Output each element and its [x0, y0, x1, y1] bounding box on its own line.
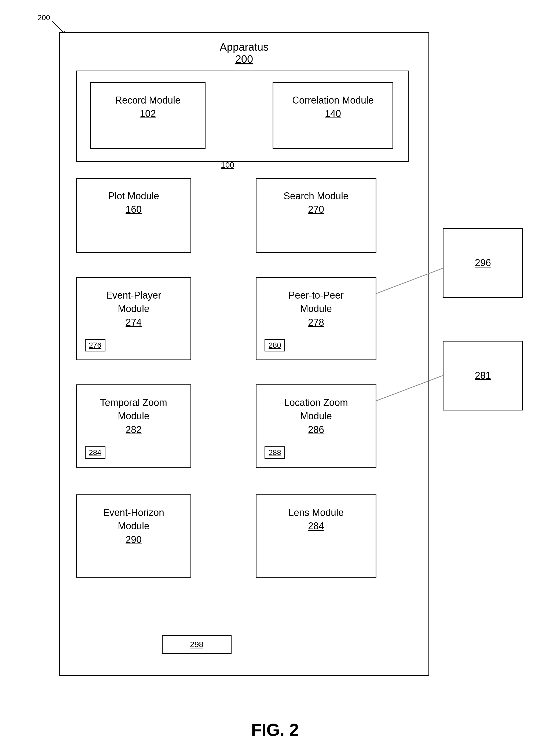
apparatus-label: Apparatus [220, 41, 269, 53]
ext-box-281: 281 [443, 341, 523, 410]
figure-label: FIG. 2 [251, 720, 299, 740]
correlation-module-box: Correlation Module 140 [273, 82, 393, 149]
search-module-label: Search Module 270 [256, 179, 376, 216]
apparatus-ref: 200 [60, 53, 428, 65]
peer-module-box: Peer-to-PeerModule 278 280 [256, 277, 376, 360]
temporal-sub-box: 284 [85, 446, 105, 459]
event-player-module-label: Event-PlayerModule 274 [77, 278, 190, 329]
lens-module-box: Lens Module 284 [256, 494, 376, 578]
box-100-ref: 100 [221, 160, 234, 170]
peer-module-label: Peer-to-PeerModule 278 [256, 278, 376, 329]
plot-module-label: Plot Module 160 [77, 179, 190, 216]
apparatus-title: Apparatus 200 [60, 41, 428, 65]
location-module-label: Location ZoomModule 286 [256, 385, 376, 436]
record-module-label: Record Module 102 [91, 83, 205, 121]
ext-296-ref: 296 [475, 257, 491, 269]
event-player-module-box: Event-PlayerModule 274 276 [76, 277, 191, 360]
location-sub-box: 288 [265, 446, 285, 459]
plot-module-box: Plot Module 160 [76, 178, 191, 253]
event-horizon-module-label: Event-HorizonModule 290 [77, 495, 190, 546]
ref-200-label: 200 [38, 13, 50, 22]
location-module-box: Location ZoomModule 286 288 [256, 384, 376, 468]
event-horizon-module-box: Event-HorizonModule 290 [76, 494, 191, 578]
box-298-ref: 298 [190, 640, 203, 649]
box-298: 298 [162, 635, 232, 654]
record-module-box: Record Module 102 [90, 82, 206, 149]
lens-module-label: Lens Module 284 [256, 495, 376, 533]
search-module-box: Search Module 270 [256, 178, 376, 253]
event-player-sub-box: 276 [85, 339, 105, 351]
temporal-module-label: Temporal ZoomModule 282 [77, 385, 190, 436]
correlation-module-label: Correlation Module 140 [273, 83, 393, 121]
peer-sub-box: 280 [265, 339, 285, 351]
box-100: Record Module 102 Correlation Module 140 [76, 71, 409, 162]
ext-281-ref: 281 [475, 370, 491, 381]
temporal-module-box: Temporal ZoomModule 282 284 [76, 384, 191, 468]
ext-box-296: 296 [443, 228, 523, 298]
apparatus-box: Apparatus 200 Record Module 102 Correlat… [59, 32, 429, 676]
